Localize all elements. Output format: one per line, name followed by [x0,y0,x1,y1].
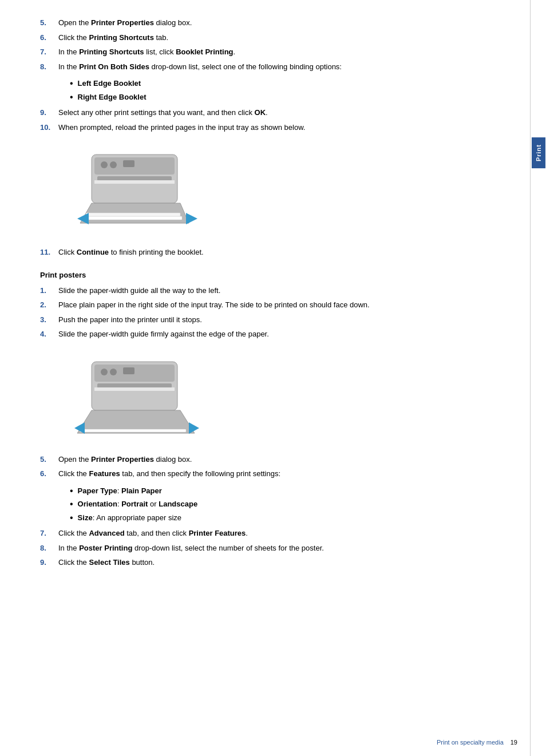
bullet-dot-4: • [70,498,73,509]
poster-step-1-num: 1. [40,285,58,296]
right-sidebar-tab: Print [530,0,546,756]
svg-rect-15 [123,367,134,374]
svg-rect-8 [86,213,180,216]
svg-rect-6 [94,180,175,184]
poster-step-3-text: Push the paper into the printer until it… [58,314,496,326]
bullet-left-edge-text: Left Edge Booklet [78,78,141,89]
poster-steps-1-4: 1. Slide the paper-width guide all the w… [40,285,496,340]
poster-step-9-text: Click the Select Tiles button. [58,557,496,568]
poster-step-2-text: Place plain paper in the right side of t… [58,299,496,311]
poster-step-1-text: Slide the paper-width guide all the way … [58,285,496,296]
poster-step-5: 5. Open the Printer Properties dialog bo… [40,454,496,465]
poster-step-7: 7. Click the Advanced tab, and then clic… [40,528,496,539]
footer-link: Print on specialty media [437,739,504,746]
poster-step-9: 9. Click the Select Tiles button. [40,557,496,568]
bullet-paper-type-text: Paper Type: Plain Paper [78,485,162,497]
svg-point-3 [110,161,117,168]
step-10-text: When prompted, reload the printed pages … [58,122,496,133]
bullet-right-edge: • Right Edge Booklet [70,92,496,103]
svg-rect-5 [97,176,172,181]
svg-point-2 [101,161,108,168]
poster-step-5-text: Open the Printer Properties dialog box. [58,454,496,465]
poster-step-9-num: 9. [40,557,58,568]
poster-step-6-num: 6. [40,468,58,480]
printer-image-1-container [74,143,496,236]
step-9: 9. Select any other print settings that … [40,107,496,118]
bullet-size: • Size: An appropriate paper size [70,512,496,524]
poster-step-8-num: 8. [40,543,58,554]
step-5: 5. Open the Printer Properties dialog bo… [40,17,496,29]
poster-step-5-num: 5. [40,454,58,465]
poster-steps-5-6: 5. Open the Printer Properties dialog bo… [40,454,496,480]
svg-point-13 [101,369,108,375]
step-9-num: 9. [40,107,58,118]
poster-step-8-text: In the Poster Printing drop-down list, s… [58,543,496,554]
svg-rect-4 [123,160,134,167]
bullet-paper-type: • Paper Type: Plain Paper [70,485,496,497]
bullet-orientation: • Orientation: Portrait or Landscape [70,498,496,510]
step-5-num: 5. [40,17,58,29]
step-10-num: 10. [40,122,58,133]
bullet-right-edge-text: Right Edge Booklet [78,92,147,103]
poster-step-3-num: 3. [40,314,58,326]
bullet-dot-5: • [70,512,73,523]
printer-image-2 [74,350,206,442]
poster-steps-7-9: 7. Click the Advanced tab, and then clic… [40,528,496,568]
bullet-orientation-text: Orientation: Portrait or Landscape [78,498,198,510]
tab-label: Print [532,137,545,168]
poster-step-4-text: Slide the paper-width guide firmly again… [58,328,496,340]
poster-step-2: 2. Place plain paper in the right side o… [40,299,496,311]
step-8-num: 8. [40,61,58,73]
bullet-dot-1: • [70,78,73,89]
booklet-bullets: • Left Edge Booklet • Right Edge Booklet [58,76,496,107]
svg-rect-18 [80,429,186,432]
printer-image-2-container [74,350,496,444]
step-10: 10. When prompted, reload the printed pa… [40,122,496,133]
svg-rect-17 [94,387,175,391]
poster-step-6: 6. Click the Features tab, and then spec… [40,468,496,480]
poster-step-7-num: 7. [40,528,58,539]
step-11-text: Click Continue to finish printing the bo… [58,247,496,258]
poster-step-8: 8. In the Poster Printing drop-down list… [40,543,496,554]
poster-step-2-num: 2. [40,299,58,311]
bullet-size-text: Size: An appropriate paper size [78,512,181,524]
step-6-num: 6. [40,32,58,43]
poster-step-7-text: Click the Advanced tab, and then click P… [58,528,496,539]
booklet-steps-list: 5. Open the Printer Properties dialog bo… [40,17,496,72]
poster-step-3: 3. Push the paper into the printer until… [40,314,496,326]
bullet-left-edge: • Left Edge Booklet [70,78,496,89]
page-footer: Print on specialty media 19 [437,739,517,746]
poster-step-1: 1. Slide the paper-width guide all the w… [40,285,496,296]
step-7: 7. In the Printing Shortcuts list, click… [40,46,496,58]
step-11-list: 11. Click Continue to finish printing th… [40,247,496,258]
step-11: 11. Click Continue to finish printing th… [40,247,496,258]
steps-9-10-list: 9. Select any other print settings that … [40,107,496,133]
svg-rect-7 [85,216,182,220]
step-5-text: Open the Printer Properties dialog box. [58,17,496,29]
poster-step-4-num: 4. [40,328,58,340]
step-9-text: Select any other print settings that you… [58,107,496,118]
svg-marker-10 [186,213,197,224]
step-7-num: 7. [40,46,58,58]
printer-image-1 [74,143,206,235]
step-11-num: 11. [40,247,58,258]
step-6-text: Click the Printing Shortcuts tab. [58,32,496,43]
step-8: 8. In the Print On Both Sides drop-down … [40,61,496,73]
step-8-text: In the Print On Both Sides drop-down lis… [58,61,496,73]
print-posters-title: Print posters [40,271,496,279]
step-6: 6. Click the Printing Shortcuts tab. [40,32,496,43]
step-7-text: In the Printing Shortcuts list, click Bo… [58,46,496,58]
svg-point-14 [110,369,117,375]
svg-rect-16 [97,383,172,388]
poster-step-6-text: Click the Features tab, and then specify… [58,468,496,480]
poster-step-4: 4. Slide the paper-width guide firmly ag… [40,328,496,340]
features-bullets: • Paper Type: Plain Paper • Orientation:… [58,483,496,528]
bullet-dot-2: • [70,92,73,102]
bullet-dot-3: • [70,485,73,496]
main-content: 5. Open the Printer Properties dialog bo… [0,0,530,756]
footer-page-number: 19 [511,739,517,746]
